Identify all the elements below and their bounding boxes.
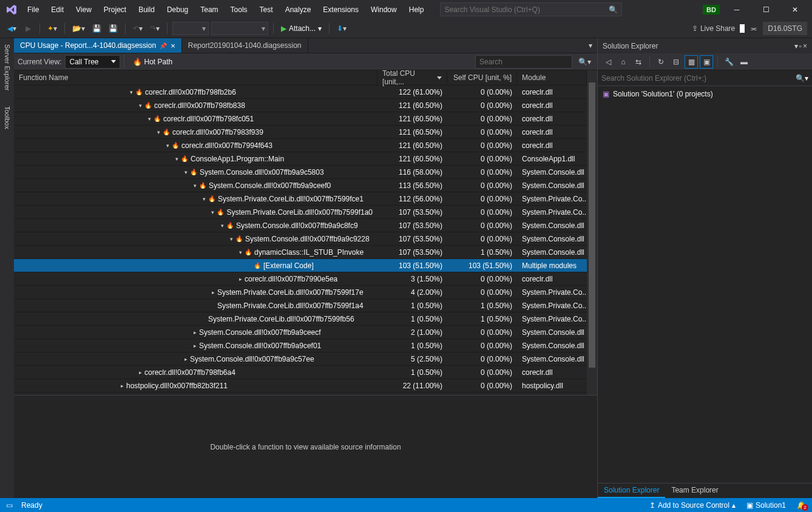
attach-button[interactable]: ▶Attach...▾ — [279, 22, 324, 35]
notifications-button[interactable]: 🔔 2 — [797, 501, 806, 510]
call-tree-row[interactable]: ▸System.Console.dll!0x007ffb9a9c57ee5 (2… — [14, 352, 587, 366]
menu-help[interactable]: Help — [404, 3, 430, 16]
expander-icon[interactable]: ▾ — [237, 249, 243, 255]
expander-icon[interactable]: ▾ — [201, 196, 207, 202]
new-project-button[interactable]: ✦▾ — [45, 22, 59, 35]
column-self-cpu[interactable]: Self CPU [unit, %] — [447, 70, 517, 85]
menu-tools[interactable]: Tools — [225, 3, 253, 16]
menu-view[interactable]: View — [70, 3, 97, 16]
close-window-button[interactable]: ✕ — [783, 2, 807, 18]
panel-menu-icon[interactable]: ▾ — [794, 42, 798, 50]
call-tree-row[interactable]: ▸coreclr.dll!0x007ffb798fb6a41 (0.50%)0 … — [14, 366, 587, 379]
solution-root-node[interactable]: ▣ Solution 'Solution1' (0 projects) — [598, 89, 812, 99]
expander-icon[interactable]: ▸ — [192, 329, 198, 335]
function-search-input[interactable] — [479, 58, 570, 66]
back-button[interactable]: ◁ — [601, 55, 615, 69]
server-explorer-tab[interactable]: Server Explorer — [2, 41, 12, 94]
view-switch-button[interactable]: ▬ — [737, 55, 751, 69]
show-all-files-button[interactable]: ▦ — [685, 55, 698, 69]
solution-status[interactable]: ▣ Solution1 — [746, 501, 786, 510]
tab-team-explorer[interactable]: Team Explorer — [665, 483, 724, 498]
quick-search[interactable]: 🔍 — [440, 2, 622, 16]
call-tree-row[interactable]: ▾🔥System.Console.dll!0x007ffb9a9c5803116… — [14, 166, 587, 179]
call-tree-row[interactable]: ▾🔥System.Console.dll!0x007ffb9a9ceef0113… — [14, 179, 587, 192]
collapse-all-button[interactable]: ⊟ — [669, 55, 683, 69]
call-tree-row[interactable]: ▸System.Console.dll!0x007ffb9a9ceecf2 (1… — [14, 326, 587, 339]
menu-build[interactable]: Build — [133, 3, 160, 16]
expander-icon[interactable]: ▾ — [228, 236, 234, 242]
step-button[interactable]: ⬇▾ — [334, 22, 349, 35]
function-search[interactable] — [475, 55, 572, 69]
solution-tree[interactable]: ▣ Solution 'Solution1' (0 projects) — [598, 86, 812, 483]
hot-path-button[interactable]: 🔥 Hot Path — [128, 55, 178, 69]
menu-extensions[interactable]: Extensions — [317, 3, 364, 16]
user-badge[interactable]: BD — [703, 5, 720, 15]
call-tree-row[interactable]: ▾🔥coreclr.dll!0x007ffb7983f939121 (60.50… — [14, 126, 587, 139]
call-tree-row[interactable]: ▾🔥coreclr.dll!0x007ffb798fb838121 (60.50… — [14, 99, 587, 112]
nav-back-button[interactable]: ◀▾ — [5, 22, 19, 35]
call-tree-row[interactable]: ▾🔥System.Console.dll!0x007ffb9a9c9228107… — [14, 232, 587, 246]
menu-window[interactable]: Window — [365, 3, 402, 16]
open-file-button[interactable]: 📂▾ — [70, 22, 87, 35]
menu-analyze[interactable]: Analyze — [280, 3, 317, 16]
sync-button[interactable]: ⇆ — [632, 55, 645, 69]
call-tree-row[interactable]: ▾🔥System.Private.CoreLib.dll!0x007ffb759… — [14, 192, 587, 206]
save-all-button[interactable]: 💾 — [106, 22, 120, 35]
expander-icon[interactable]: ▾ — [164, 143, 171, 149]
column-module[interactable]: Module — [517, 70, 587, 85]
column-total-cpu[interactable]: Total CPU [unit,... — [377, 70, 447, 85]
nav-forward-button[interactable]: ▶ — [21, 22, 35, 35]
menu-test[interactable]: Test — [254, 3, 279, 16]
column-function-name[interactable]: Function Name — [14, 70, 377, 85]
expander-icon[interactable]: ▾ — [137, 103, 143, 109]
expander-icon[interactable]: ▸ — [137, 369, 143, 376]
solution-config-dropdown[interactable]: ▾ — [172, 22, 209, 35]
solution-platform-dropdown[interactable]: ▾ — [211, 22, 268, 35]
close-tab-icon[interactable]: × — [171, 41, 175, 50]
preview-button[interactable]: ▣ — [700, 55, 713, 69]
grid-body[interactable]: ▾🔥coreclr.dll!0x007ffb798fb2b6122 (61.00… — [14, 86, 587, 395]
call-tree-row[interactable]: ▸System.Private.CoreLib.dll!0x007ffb7599… — [14, 286, 587, 299]
call-tree-row[interactable]: 🔥[External Code]103 (51.50%)103 (51.50%)… — [14, 259, 587, 272]
call-tree-row[interactable]: ▸coreclr.dll!0x007ffb7990e5ea3 (1.50%)0 … — [14, 272, 587, 286]
panel-close-icon[interactable]: × — [803, 42, 807, 50]
quick-search-input[interactable] — [444, 5, 609, 14]
call-tree-row[interactable]: ▾🔥coreclr.dll!0x007ffb798fc051121 (60.50… — [14, 112, 587, 126]
minimize-button[interactable]: ─ — [725, 2, 749, 18]
menu-debug[interactable]: Debug — [161, 3, 194, 16]
menu-team[interactable]: Team — [195, 3, 223, 16]
menu-file[interactable]: File — [22, 3, 44, 16]
properties-button[interactable]: 🔧 — [722, 55, 736, 69]
expander-icon[interactable]: ▾ — [155, 129, 161, 135]
call-tree-row[interactable]: ▾🔥coreclr.dll!0x007ffb7994f643121 (60.50… — [14, 139, 587, 152]
solution-search[interactable]: 🔍▾ — [598, 70, 812, 86]
call-tree-row[interactable]: ▸hostpolicy.dll!0x007ffb82b3f21122 (11.0… — [14, 379, 587, 392]
current-view-dropdown[interactable]: Call Tree — [65, 55, 120, 69]
search-options-button[interactable]: 🔍▾ — [576, 55, 594, 69]
home-button[interactable]: ⌂ — [617, 55, 630, 69]
call-tree-row[interactable]: System.Private.CoreLib.dll!0x007ffb7599f… — [14, 312, 587, 326]
expander-icon[interactable]: ▸ — [183, 356, 189, 362]
call-tree-row[interactable]: System.Private.CoreLib.dll!0x007ffb7599f… — [14, 299, 587, 312]
expander-icon[interactable]: ▸ — [237, 276, 243, 282]
vertical-scrollbar[interactable] — [587, 70, 597, 395]
liveshare-button[interactable]: ⇪ Live Share — [692, 24, 745, 33]
scrollbar-thumb[interactable] — [589, 83, 595, 368]
toolbox-tab[interactable]: Toolbox — [2, 103, 12, 133]
pin-icon[interactable]: 📌 — [160, 42, 167, 49]
call-tree-row[interactable]: ▾🔥ConsoleApp1.Program::Main121 (60.50%)0… — [14, 152, 587, 166]
undo-button[interactable]: ↶▾ — [130, 22, 145, 35]
tabs-overflow-button[interactable]: ▾ — [584, 38, 597, 53]
menu-project[interactable]: Project — [98, 3, 132, 16]
tab-solution-explorer[interactable]: Solution Explorer — [598, 483, 665, 498]
add-source-control-button[interactable]: ↥ Add to Source Control ▴ — [649, 501, 736, 510]
call-tree-row[interactable]: ▾🔥coreclr.dll!0x007ffb798fb2b6122 (61.00… — [14, 86, 587, 99]
redo-button[interactable]: ↷▾ — [147, 22, 162, 35]
panel-pin-icon[interactable]: ▫ — [799, 42, 802, 50]
expander-icon[interactable]: ▸ — [119, 383, 125, 389]
maximize-button[interactable]: ☐ — [754, 2, 778, 18]
call-tree-row[interactable]: ▸System.Console.dll!0x007ffb9a9cef011 (0… — [14, 339, 587, 352]
expander-icon[interactable]: ▾ — [146, 116, 152, 122]
expander-icon[interactable]: ▾ — [128, 89, 134, 95]
menu-edit[interactable]: Edit — [46, 3, 69, 16]
